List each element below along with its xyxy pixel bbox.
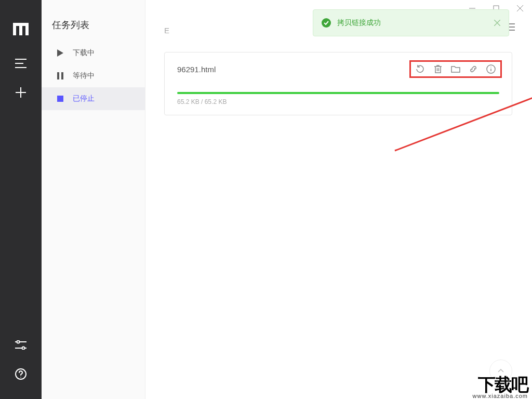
page-tab-stub: E [164,26,169,35]
svg-rect-14 [57,72,59,79]
svg-point-26 [322,18,331,28]
sidebar-item-waiting[interactable]: 等待中 [42,64,145,87]
toast-close-icon[interactable] [494,20,500,26]
settings-icon[interactable] [10,335,31,355]
help-icon[interactable] [10,364,31,384]
toast-success: 拷贝链接成功 [313,9,509,36]
watermark: 下载吧 www.xiazaiba.com [473,376,528,399]
link-icon[interactable] [468,64,478,74]
check-circle-icon [322,18,331,28]
svg-rect-16 [57,96,63,102]
watermark-title: 下载吧 [473,376,528,393]
task-size-text: 65.2 KB / 65.2 KB [177,98,499,105]
main-area: E 拷贝链接成功 96291.html [145,0,532,399]
play-icon [56,49,64,57]
svg-point-11 [22,347,25,350]
sidebar-item-label: 下载中 [73,48,95,58]
svg-point-9 [17,341,20,343]
pause-icon [56,72,64,80]
sidebar: 任务列表 下载中 等待中 已停止 [42,0,145,399]
svg-point-33 [490,66,491,68]
restart-icon[interactable] [415,64,425,74]
app-logo [13,23,29,35]
watermark-url: www.xiazaiba.com [473,393,528,399]
task-actions-group [412,63,499,75]
sidebar-item-stopped[interactable]: 已停止 [42,87,145,110]
sidebar-item-label: 已停止 [73,94,95,103]
add-icon[interactable] [10,82,31,103]
trash-icon[interactable] [433,64,443,74]
stop-icon [56,95,64,103]
sidebar-item-downloading[interactable]: 下载中 [42,42,145,64]
svg-rect-2 [13,23,29,26]
task-card[interactable]: 96291.html [164,52,512,115]
task-filename: 96291.html [177,65,216,74]
toast-message: 拷贝链接成功 [337,18,381,28]
folder-icon[interactable] [450,64,461,74]
close-button[interactable] [508,0,532,17]
menu-icon[interactable] [10,53,31,74]
svg-rect-15 [61,72,63,79]
svg-point-13 [20,377,21,378]
progress-bar [177,92,499,94]
sidebar-item-label: 等待中 [73,71,95,81]
sidebar-title: 任务列表 [42,19,145,42]
info-icon[interactable] [486,64,496,74]
nav-rail [0,0,42,399]
